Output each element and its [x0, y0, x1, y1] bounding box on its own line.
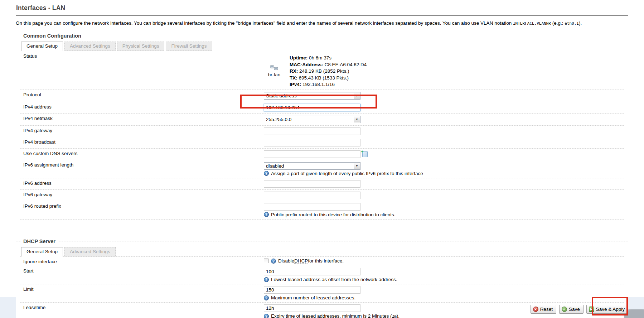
protocol-row: Protocol Static address ▼: [20, 90, 624, 102]
custom-dns-input[interactable]: [264, 150, 360, 158]
tab-advanced-settings[interactable]: Advanced Settings: [64, 42, 116, 51]
tab-firewall-settings[interactable]: Firewall Settings: [166, 42, 212, 51]
reset-button[interactable]: ✕ Reset: [531, 305, 556, 314]
help-text: Assign a part of given length of every p…: [271, 171, 423, 176]
ipv4-gateway-label: IPv4 gateway: [20, 127, 264, 135]
description-text: (: [551, 20, 554, 26]
ipv6-assignment-select-value: disabled: [266, 163, 284, 169]
tab-physical-settings[interactable]: Physical Settings: [117, 42, 165, 51]
description-text: ).: [579, 20, 582, 26]
eg-abbr: e.g.: [554, 20, 562, 26]
ignore-interface-label: Ignore interface: [20, 258, 264, 265]
ipv6-gateway-row: IPv6 gateway: [20, 190, 624, 201]
tab-general-setup[interactable]: General Setup: [21, 42, 63, 51]
stat-rx: RX: 248.19 KB (2852 Pkts.): [290, 68, 367, 75]
ipv4-gateway-input[interactable]: [264, 127, 360, 135]
ipv6-routed-prefix-label: IPv6 routed prefix: [20, 202, 264, 218]
chevron-down-icon[interactable]: ▼: [354, 93, 360, 99]
common-configuration-section: Common Configuration General Setup Advan…: [16, 33, 628, 224]
stat-uptime: Uptime: 0h 6m 37s: [290, 55, 367, 62]
apply-play-icon: ▶: [589, 307, 594, 312]
ipv4-address-label: IPv4 address: [20, 103, 264, 112]
page-title: Interfaces - LAN: [16, 2, 628, 16]
ipv4-netmask-select-value: 255.255.0.0: [266, 117, 291, 122]
help-text: for this interface.: [308, 258, 344, 264]
help-icon: ?: [264, 212, 269, 217]
dhcp-start-input[interactable]: [264, 268, 360, 275]
ipv4-broadcast-input[interactable]: [264, 139, 360, 146]
dhcp-limit-help: ? Maximum number of leased addresses.: [264, 295, 624, 300]
save-check-icon: ✓: [562, 307, 567, 312]
ipv6-assignment-select[interactable]: disabled ▼: [264, 162, 360, 170]
ipv4-netmask-select[interactable]: 255.255.0.0 ▼: [264, 116, 360, 123]
ignore-interface-checkbox[interactable]: [264, 259, 268, 263]
add-entry-icon[interactable]: [362, 151, 368, 157]
help-icon: ?: [264, 277, 269, 282]
protocol-label: Protocol: [20, 91, 264, 100]
ipv4-netmask-label: IPv4 netmask: [20, 115, 264, 124]
save-apply-button[interactable]: ▶ Save & Apply: [586, 305, 628, 314]
ipv6-address-input[interactable]: [264, 180, 360, 188]
status-row: Status br-lan: [20, 51, 624, 90]
help-icon: ?: [264, 295, 269, 300]
dhcp-leasetime-label: Leasetime: [20, 304, 264, 318]
help-text: Maximum number of leased addresses.: [271, 295, 355, 300]
description-text: notation: [493, 20, 513, 26]
dhcp-leasetime-input[interactable]: [264, 304, 360, 312]
dhcp-limit-row: Limit ? Maximum number of leased address…: [20, 284, 624, 303]
stat-mac: MAC-Address: C8:EE:A6:04:62:D4: [290, 62, 367, 68]
page-content: Interfaces - LAN On this page you can co…: [0, 0, 644, 318]
dhcp-start-row: Start ? Lowest leased address as offset …: [20, 266, 624, 284]
description-text: On this page you can configure the netwo…: [16, 20, 480, 26]
common-configuration-legend: Common Configuration: [21, 33, 83, 39]
ignore-interface-row: Ignore interface ? Disable DHCP for this…: [20, 257, 624, 266]
bridge-interface-icon: [270, 66, 279, 72]
help-text: Disable: [278, 258, 294, 264]
tab-dhcp-general-setup[interactable]: General Setup: [21, 247, 63, 257]
eth01-code: eth0.1: [565, 21, 579, 26]
ipv4-address-row: IPv4 address: [20, 102, 624, 114]
page-description: On this page you can configure the netwo…: [16, 20, 628, 27]
help-text: Lowest leased address as offset from the…: [271, 277, 397, 282]
tab-dhcp-advanced-settings[interactable]: Advanced Settings: [64, 247, 116, 256]
status-label: Status: [20, 52, 264, 88]
ipv6-address-label: IPv6 address: [20, 179, 264, 188]
interface-name: br-lan: [264, 72, 285, 77]
help-text: Public prefix routed to this device for …: [271, 212, 395, 217]
interface-vlannr-code: INTERFACE.VLANNR: [513, 21, 551, 26]
ipv4-address-input[interactable]: [264, 104, 360, 111]
save-apply-button-label: Save & Apply: [596, 307, 625, 312]
ipv6-address-row: IPv6 address: [20, 178, 624, 190]
ipv4-broadcast-label: IPv4 broadcast: [20, 138, 264, 147]
custom-dns-label: Use custom DNS servers: [20, 150, 264, 158]
ipv4-gateway-row: IPv4 gateway: [20, 126, 624, 137]
dhcp-server-legend: DHCP Server: [21, 238, 58, 244]
ipv4-broadcast-row: IPv4 broadcast: [20, 137, 624, 149]
protocol-select[interactable]: Static address ▼: [264, 92, 360, 100]
dhcp-limit-label: Limit: [20, 285, 264, 301]
ipv6-assignment-help: ? Assign a part of given length of every…: [264, 171, 624, 176]
footer-powered-by: Powered by LuCI / OpenWrt © 2015: [0, 317, 644, 318]
dhcp-tabs: General Setup Advanced Settings: [20, 246, 624, 256]
reset-button-label: Reset: [540, 307, 553, 312]
ipv6-routed-prefix-input[interactable]: [264, 203, 360, 211]
dhcp-start-help: ? Lowest leased address as offset from t…: [264, 277, 624, 282]
interface-stats: Uptime: 0h 6m 37s MAC-Address: C8:EE:A6:…: [290, 55, 367, 88]
ipv4-netmask-row: IPv4 netmask 255.255.0.0 ▼: [20, 114, 624, 126]
vlan-abbr: VLAN: [480, 20, 493, 26]
save-button-label: Save: [569, 307, 580, 312]
reset-icon: ✕: [533, 307, 538, 312]
action-button-bar: ✕ Reset ✓ Save ▶ Save & Apply: [531, 305, 628, 314]
chevron-down-icon[interactable]: ▼: [354, 163, 360, 169]
dhcp-limit-input[interactable]: [264, 286, 360, 294]
stat-tx: TX: 695.43 KB (1533 Pkts.): [290, 75, 367, 82]
ipv6-routed-prefix-row: IPv6 routed prefix ? Public prefix route…: [20, 201, 624, 220]
ipv6-gateway-input[interactable]: [264, 192, 360, 199]
dhcp-abbr: DHCP: [294, 258, 308, 264]
ipv6-assignment-row: IPv6 assignment length disabled ▼ ? Assi…: [20, 160, 624, 178]
ipv6-routed-prefix-help: ? Public prefix routed to this device fo…: [264, 212, 624, 217]
save-button[interactable]: ✓ Save: [559, 305, 584, 314]
ipv6-gateway-label: IPv6 gateway: [20, 191, 264, 199]
common-config-tabs: General Setup Advanced Settings Physical…: [20, 40, 624, 51]
chevron-down-icon[interactable]: ▼: [354, 116, 360, 122]
